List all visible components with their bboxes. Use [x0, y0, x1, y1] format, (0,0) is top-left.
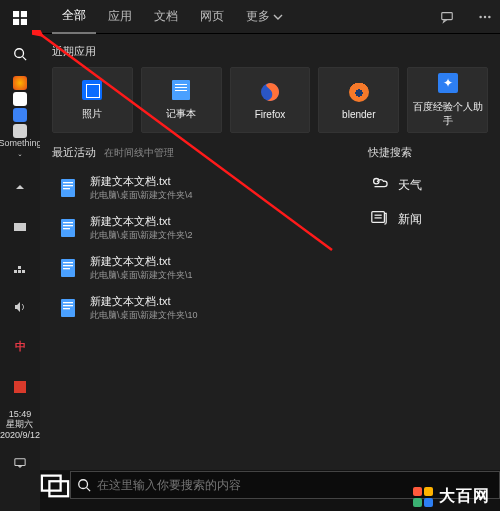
- watermark-text: 大百网: [439, 486, 490, 507]
- network-icon[interactable]: [0, 249, 40, 285]
- svg-rect-25: [63, 228, 70, 229]
- pinned-app-icon[interactable]: [13, 92, 27, 106]
- app-tile-photos[interactable]: 照片: [52, 67, 133, 133]
- options-button[interactable]: [470, 10, 500, 24]
- search-taskbar-button[interactable]: [0, 36, 40, 72]
- text-file-icon: [56, 175, 82, 201]
- recent-item[interactable]: 新建文本文档.txt此电脑\桌面\新建文件夹\1: [52, 248, 344, 288]
- tab-more[interactable]: 更多: [236, 0, 293, 34]
- watermark-logo-icon: [413, 487, 433, 507]
- tab-more-label: 更多: [246, 8, 270, 25]
- app-tile-label: 照片: [82, 107, 102, 121]
- recent-item-name: 新建文本文档.txt: [90, 214, 193, 229]
- timeline-link[interactable]: 在时间线中管理: [104, 146, 174, 160]
- svg-point-4: [15, 49, 24, 58]
- svg-point-14: [479, 15, 481, 17]
- vertical-taskbar: Something ˇ 中 15:49 星期六 2020/9/12: [0, 0, 40, 511]
- recent-heading: 最近活动: [52, 145, 96, 160]
- search-icon: [77, 478, 91, 492]
- firefox-icon: [259, 81, 281, 103]
- svg-point-16: [488, 15, 490, 17]
- clock-weekday: 星期六: [0, 419, 40, 430]
- chevron-down-icon: [273, 12, 283, 22]
- app-tile-notepad[interactable]: 记事本: [141, 67, 222, 133]
- recent-item-path: 此电脑\桌面\新建文件夹\10: [90, 309, 198, 322]
- app-tile-label: 百度经验个人助手: [408, 100, 487, 128]
- watermark: 大百网: [413, 486, 490, 507]
- svg-rect-31: [63, 302, 73, 303]
- clock-date: 2020/9/12: [0, 430, 40, 441]
- text-file-icon: [56, 295, 82, 321]
- baidu-icon: ✦: [437, 72, 459, 94]
- svg-rect-35: [372, 212, 385, 223]
- pinned-firefox-icon[interactable]: [13, 76, 27, 90]
- pinned-app-icon[interactable]: [13, 108, 27, 122]
- svg-rect-33: [63, 308, 70, 309]
- app-tile-label: Firefox: [255, 109, 286, 120]
- quick-label: 天气: [398, 177, 422, 194]
- svg-rect-19: [63, 182, 73, 183]
- svg-rect-32: [63, 305, 73, 306]
- news-icon: [370, 208, 388, 230]
- notepad-icon: [170, 79, 192, 101]
- ime-app-icon[interactable]: [0, 369, 40, 405]
- svg-rect-1: [21, 11, 27, 17]
- clock-time: 15:49: [0, 409, 40, 420]
- svg-rect-11: [14, 381, 26, 393]
- recent-item[interactable]: 新建文本文档.txt此电脑\桌面\新建文件夹\2: [52, 208, 344, 248]
- top-apps-section: 近期应用 照片记事本Firefoxblender✦百度经验个人助手: [40, 34, 500, 133]
- svg-rect-28: [63, 265, 73, 266]
- search-tabs: 全部 应用 文档 网页 更多: [40, 0, 500, 34]
- recent-item[interactable]: 新建文本文档.txt此电脑\桌面\新建文件夹\10: [52, 288, 344, 328]
- start-button[interactable]: [0, 0, 40, 36]
- svg-line-42: [87, 488, 91, 492]
- feedback-button[interactable]: [432, 10, 462, 24]
- svg-rect-6: [14, 223, 26, 231]
- recent-list: 新建文本文档.txt此电脑\桌面\新建文件夹\4新建文本文档.txt此电脑\桌面…: [52, 168, 344, 328]
- ime-caret: ˇ: [19, 154, 22, 163]
- recent-item-path: 此电脑\桌面\新建文件夹\2: [90, 229, 193, 242]
- recent-item-name: 新建文本文档.txt: [90, 294, 198, 309]
- recent-item-name: 新建文本文档.txt: [90, 254, 193, 269]
- svg-line-5: [23, 57, 27, 61]
- recent-item[interactable]: 新建文本文档.txt此电脑\桌面\新建文件夹\4: [52, 168, 344, 208]
- text-file-icon: [56, 215, 82, 241]
- quick-search-news[interactable]: 新闻: [368, 202, 488, 236]
- clock[interactable]: 15:49 星期六 2020/9/12: [0, 409, 40, 441]
- svg-rect-12: [15, 459, 25, 466]
- app-tile-baidu[interactable]: ✦百度经验个人助手: [407, 67, 488, 133]
- tab-all[interactable]: 全部: [52, 0, 96, 34]
- tab-apps[interactable]: 应用: [98, 0, 142, 34]
- tray-app-icon[interactable]: [0, 209, 40, 245]
- svg-rect-7: [14, 270, 17, 273]
- app-tile-firefox[interactable]: Firefox: [230, 67, 311, 133]
- ime-label: Something: [0, 139, 42, 148]
- svg-rect-2: [13, 19, 19, 25]
- tab-docs[interactable]: 文档: [144, 0, 188, 34]
- blender-icon: [348, 81, 370, 103]
- quick-label: 新闻: [398, 211, 422, 228]
- task-view-button[interactable]: [40, 471, 70, 499]
- text-file-icon: [56, 255, 82, 281]
- svg-rect-9: [22, 270, 25, 273]
- tray-expand-icon[interactable]: [0, 169, 40, 205]
- app-tile-blender[interactable]: blender: [318, 67, 399, 133]
- svg-rect-29: [63, 268, 70, 269]
- quick-search-weather[interactable]: 天气: [368, 168, 488, 202]
- action-center-icon[interactable]: [0, 445, 40, 481]
- svg-rect-27: [63, 262, 73, 263]
- ime-zh-icon[interactable]: 中: [0, 329, 40, 365]
- quick-heading: 快捷搜索: [368, 145, 488, 160]
- tab-web[interactable]: 网页: [190, 0, 234, 34]
- svg-rect-39: [42, 476, 61, 491]
- quick-column: 快捷搜索 天气新闻: [368, 145, 488, 328]
- weather-icon: [370, 174, 388, 196]
- app-tile-label: 记事本: [166, 107, 196, 121]
- svg-rect-3: [21, 19, 27, 25]
- svg-rect-23: [63, 222, 73, 223]
- volume-icon[interactable]: [0, 289, 40, 325]
- pinned-app-icon[interactable]: [13, 124, 27, 138]
- svg-point-41: [79, 480, 88, 489]
- svg-rect-8: [18, 270, 21, 273]
- svg-rect-21: [63, 188, 70, 189]
